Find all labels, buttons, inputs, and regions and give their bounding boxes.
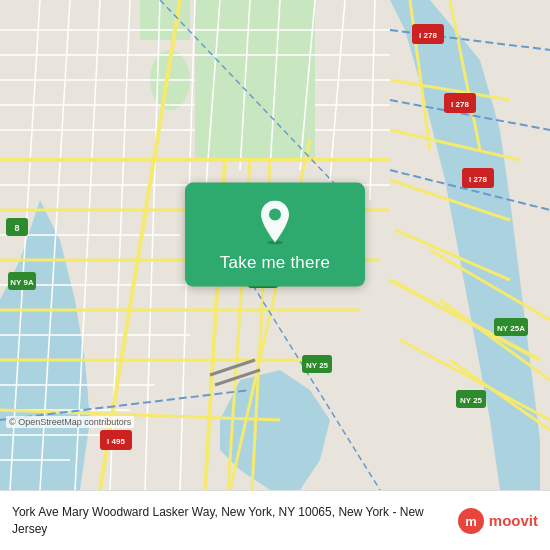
svg-text:NY 25A: NY 25A <box>497 324 525 333</box>
svg-text:I 278: I 278 <box>451 100 469 109</box>
svg-rect-4 <box>195 0 315 160</box>
footer: York Ave Mary Woodward Lasker Way, New Y… <box>0 490 550 550</box>
svg-text:I 278: I 278 <box>469 175 487 184</box>
cta-overlay[interactable]: Take me there <box>185 183 365 287</box>
svg-text:NY 9A: NY 9A <box>10 278 34 287</box>
svg-text:NY 25: NY 25 <box>306 361 329 370</box>
svg-text:I 495: I 495 <box>107 437 125 446</box>
moovit-icon: m <box>457 507 485 535</box>
svg-text:I 278: I 278 <box>419 31 437 40</box>
svg-text:m: m <box>465 514 477 529</box>
svg-text:8: 8 <box>14 223 19 233</box>
svg-text:NY 25: NY 25 <box>460 396 483 405</box>
address-text: York Ave Mary Woodward Lasker Way, New Y… <box>12 504 447 538</box>
take-me-there-button[interactable]: Take me there <box>220 253 330 273</box>
moovit-label: moovit <box>489 512 538 529</box>
map-container: NY 9A I 278 I 278 I 278 NY 25 NY 25 NY 2… <box>0 0 550 490</box>
svg-point-91 <box>269 209 281 221</box>
osm-attribution: © OpenStreetMap contributors <box>6 416 134 428</box>
footer-text-block: York Ave Mary Woodward Lasker Way, New Y… <box>12 504 447 538</box>
moovit-logo: m moovit <box>457 507 538 535</box>
svg-rect-6 <box>140 0 190 40</box>
location-pin-icon <box>257 201 293 245</box>
